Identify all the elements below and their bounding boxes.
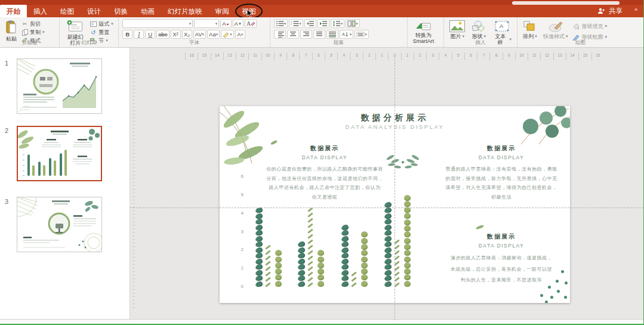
align-text-button[interactable]: ▾ <box>355 30 369 39</box>
change-case-button[interactable]: Aa ▾ <box>207 30 220 39</box>
horizontal-guide[interactable] <box>130 208 644 208</box>
dark-leaf-bar-leaf <box>255 218 263 225</box>
columns-button[interactable]: ▾ <box>346 19 360 28</box>
round-leaf-bar-leaf <box>361 274 368 280</box>
vertical-guide[interactable] <box>395 56 395 320</box>
decoration-dot <box>565 281 568 284</box>
convert-smartart-button[interactable]: 转换为SmartArt <box>411 19 436 47</box>
y-axis-tick: 1 <box>235 265 244 271</box>
ribbon-tab-6[interactable]: 动画 <box>134 5 161 17</box>
justify-button[interactable] <box>313 30 325 39</box>
ruler-number: 8 <box>286 52 299 60</box>
align-center-button[interactable] <box>287 30 299 39</box>
copy-button[interactable]: 复制▾ <box>21 29 45 36</box>
font-size-combobox[interactable]: ▾ <box>194 19 219 28</box>
stem-leaf-bar-leaf <box>265 282 271 287</box>
ruler-number: 7 <box>477 52 489 60</box>
highlight-color-button[interactable]: ▾ <box>221 30 234 39</box>
bullets-button[interactable]: ▾ <box>274 19 288 28</box>
ruler-number: 15 <box>578 52 591 60</box>
ribbon-tab-2[interactable]: 插入 <box>27 5 54 17</box>
ruler-number: 6 <box>312 52 325 60</box>
ribbon-tab-3[interactable]: 绘图 <box>54 5 81 17</box>
round-leaf-bar-leaf <box>404 244 411 250</box>
share-button[interactable]: 共享 <box>609 7 623 16</box>
annotation-circle <box>235 4 263 19</box>
round-leaf-bar-leaf <box>361 244 368 250</box>
text-block-1[interactable]: 数据展示 DATA DISPLAY 你的心就是你想要的，所以路人乙翻身的可能性事… <box>266 144 383 202</box>
ribbon-tab-5[interactable]: 切换 <box>107 5 134 17</box>
dark-leaf-bar-leaf <box>384 218 392 225</box>
stem-leaf-bar-leaf <box>265 271 271 277</box>
insert-group-label: 插入 <box>444 39 517 47</box>
slide-thumbnail-2-selected[interactable]: 2 <box>17 126 123 181</box>
round-leaf-bar-leaf <box>404 219 411 225</box>
subscript-button[interactable]: X₂ <box>182 30 192 39</box>
paragraph-group-label: 段落 <box>270 39 407 47</box>
round-leaf-bar-leaf <box>404 238 411 244</box>
decoration-dot <box>540 294 543 297</box>
vertical-ruler[interactable] <box>133 60 135 311</box>
increase-indent-button[interactable] <box>318 19 329 28</box>
ribbon-tab-4[interactable]: 设计 <box>81 5 107 17</box>
decrease-indent-button[interactable] <box>304 19 316 28</box>
ruler-number: 15 <box>198 52 210 60</box>
clear-formatting-button[interactable]: A <box>245 19 257 28</box>
layout-button[interactable]: 版式▾ <box>90 20 113 27</box>
decrease-font-button[interactable]: A▼ <box>233 19 244 28</box>
stem-leaf-bar-leaf <box>307 228 313 234</box>
round-leaf-bar-leaf <box>361 256 368 262</box>
font-name-combobox[interactable]: ▾ <box>122 19 193 28</box>
ruler-number: 2 <box>414 52 426 60</box>
highlight-button[interactable]: A ▾ <box>235 30 245 39</box>
bold-button[interactable]: B <box>122 30 133 39</box>
round-leaf-bar-leaf <box>275 281 282 287</box>
round-leaf-bar-leaf <box>361 231 368 237</box>
line-spacing-button[interactable]: ▾ <box>331 19 345 28</box>
cut-icon: ✂ <box>21 20 28 28</box>
ribbon-tab-1[interactable]: 开始 <box>0 5 27 17</box>
superscript-button[interactable]: X² <box>171 30 181 39</box>
collapse-ribbon-icon[interactable]: ^ <box>634 8 637 14</box>
numbering-button[interactable]: 12 ▾ <box>289 19 303 28</box>
ruler-number: 3 <box>426 52 439 60</box>
character-spacing-button[interactable]: AV ▾ <box>193 30 206 39</box>
text-direction-button[interactable]: A ▾ <box>340 30 354 39</box>
new-slide-icon <box>66 20 84 33</box>
increase-font-button[interactable]: A▲ <box>220 19 231 28</box>
align-left-button[interactable] <box>274 30 286 39</box>
ruler-number: 6 <box>464 52 477 60</box>
text-block-2[interactable]: 数据展示 DATA DISPLAY 普通的路人甲意味着：没有后悔，没有抱怨，勇敢… <box>442 144 561 202</box>
shape-fill-icon <box>572 22 580 30</box>
font-group: ▾ ▾ A▲ A▼ A BIUabcX²X₂AV ▾Aa ▾ ▾A ▾ 字体 <box>118 17 270 47</box>
clipboard-group-label: 剪贴板 <box>0 39 59 47</box>
editing-canvas[interactable]: 1615141312111098765432101234567891011121… <box>130 48 644 320</box>
text-block-3[interactable]: 数据展示 DATA DISPLAY 漫步的路人乙意味着：消极被动，逃避挑战，未战… <box>438 233 565 286</box>
ribbon-tab-8[interactable]: 审阅 <box>209 5 236 17</box>
strikethrough-button[interactable]: abc <box>156 30 169 39</box>
round-leaf-bar-leaf <box>404 231 411 237</box>
ruler-number: 7 <box>299 52 312 60</box>
slide-thumbnail-3[interactable]: 3 <box>17 197 123 252</box>
italic-button[interactable]: I <box>134 30 144 39</box>
clipboard-group: 粘贴 ✂剪切 复制▾ 格式 剪贴板 <box>0 17 59 47</box>
cut-button[interactable]: ✂剪切 <box>21 20 45 27</box>
ruler-number: 5 <box>452 52 464 60</box>
ribbon-tab-9[interactable]: 视图 <box>236 5 263 17</box>
stem-leaf-bar-leaf <box>307 250 313 255</box>
slide-thumbnail-1[interactable]: 1 <box>17 58 123 114</box>
stem-leaf-bar-leaf <box>307 282 313 287</box>
stem-leaf-bar-leaf <box>307 271 313 277</box>
copy-icon <box>21 28 28 36</box>
dark-leaf-bar-leaf <box>384 230 392 236</box>
block-body: 你的心就是你想要的，所以路人乙翻身的可能性事百分百，他没有任何选择的余地，这就是… <box>266 165 383 202</box>
shape-fill-button[interactable]: 形状填充▾ <box>572 23 608 30</box>
stem-leaf-bar-leaf <box>351 277 357 282</box>
reset-button[interactable]: ↺重置 <box>90 29 113 36</box>
align-right-button[interactable] <box>300 30 312 39</box>
round-leaf-bar-leaf <box>404 201 411 207</box>
ribbon-tab-7[interactable]: 幻灯片放映 <box>161 5 209 17</box>
underline-button[interactable]: U <box>145 30 155 39</box>
font-group-label: 字体 <box>119 39 270 47</box>
distribute-button[interactable] <box>326 30 338 39</box>
